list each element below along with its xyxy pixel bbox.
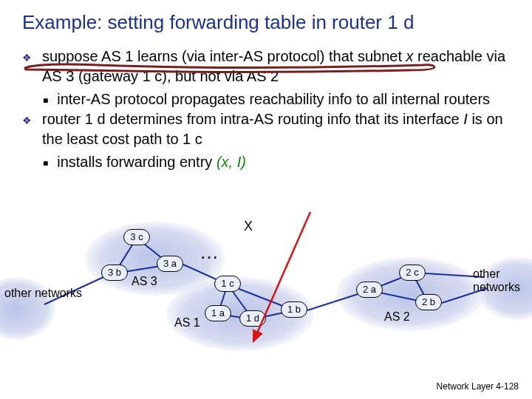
bullet-text: router 1 d determines from intra-AS rout… [42, 109, 510, 149]
router-3b: 3 b [101, 265, 128, 281]
content-block: ❖ suppose AS 1 learns (via inter-AS prot… [0, 38, 532, 172]
bullet-item: ❖ suppose AS 1 learns (via inter-AS prot… [22, 47, 510, 86]
bullet-text: suppose AS 1 learns (via inter-AS protoc… [42, 47, 510, 86]
router-3c: 3 c [123, 229, 150, 245]
router-2c: 2 c [399, 265, 426, 281]
bullet-item: ❖ router 1 d determines from intra-AS ro… [22, 109, 510, 149]
page-title: Example: setting forwarding table in rou… [0, 0, 532, 38]
as1-label: AS 1 [174, 316, 200, 330]
network-links [0, 236, 532, 384]
network-diagram: 3 c 3 b 3 a 1 c 1 a 1 d 1 b 2 a 2 c 2 b … [0, 236, 532, 384]
diamond-bullet-icon: ❖ [22, 51, 32, 86]
other-networks-right: other networks [473, 267, 532, 294]
square-bullet-icon: ■ [43, 95, 48, 109]
as3-label: AS 3 [132, 275, 157, 288]
router-1b: 1 b [281, 301, 307, 318]
sub-bullet-item: ■ installs forwarding entry (x, I) [43, 152, 510, 172]
other-networks-left: other networks [4, 287, 82, 300]
sub-bullet-text: installs forwarding entry (x, I) [57, 152, 246, 172]
diamond-bullet-icon: ❖ [22, 114, 32, 149]
router-2a: 2 a [356, 282, 383, 298]
as2-label: AS 2 [384, 310, 410, 324]
router-1a: 1 a [205, 305, 231, 321]
router-1c: 1 c [214, 276, 241, 292]
router-2b: 2 b [415, 294, 442, 310]
sub-bullet-item: ■ inter-AS protocol propagates reachabil… [43, 89, 510, 109]
router-3a: 3 a [157, 256, 183, 272]
ellipsis-icon: … [200, 241, 224, 264]
router-1d: 1 d [239, 310, 266, 327]
square-bullet-icon: ■ [43, 157, 48, 172]
subnet-x-label: X [244, 219, 253, 234]
sub-bullet-text: inter-AS protocol propagates reachabilit… [57, 89, 490, 109]
